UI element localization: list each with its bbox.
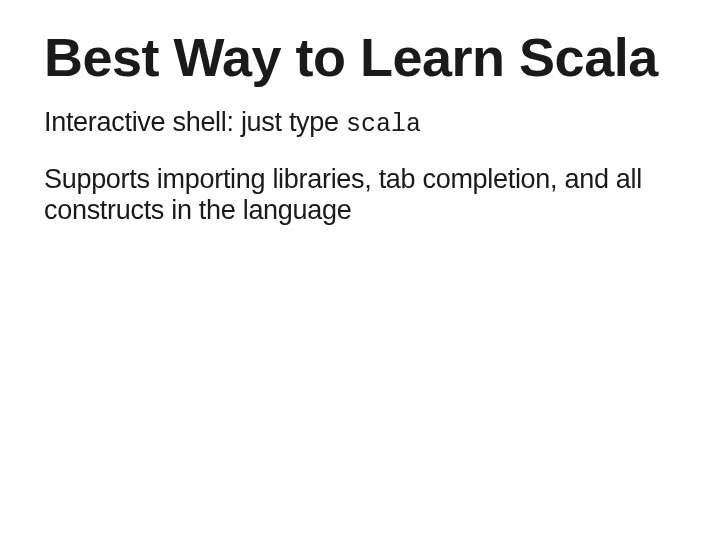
slide-title: Best Way to Learn Scala <box>44 28 676 87</box>
slide-line-2: Supports importing libraries, tab comple… <box>44 164 676 226</box>
slide-line-1: Interactive shell: just type scala <box>44 107 676 140</box>
slide: Best Way to Learn Scala Interactive shel… <box>0 0 720 540</box>
line1-text: Interactive shell: just type <box>44 107 346 137</box>
inline-code: scala <box>346 110 421 139</box>
